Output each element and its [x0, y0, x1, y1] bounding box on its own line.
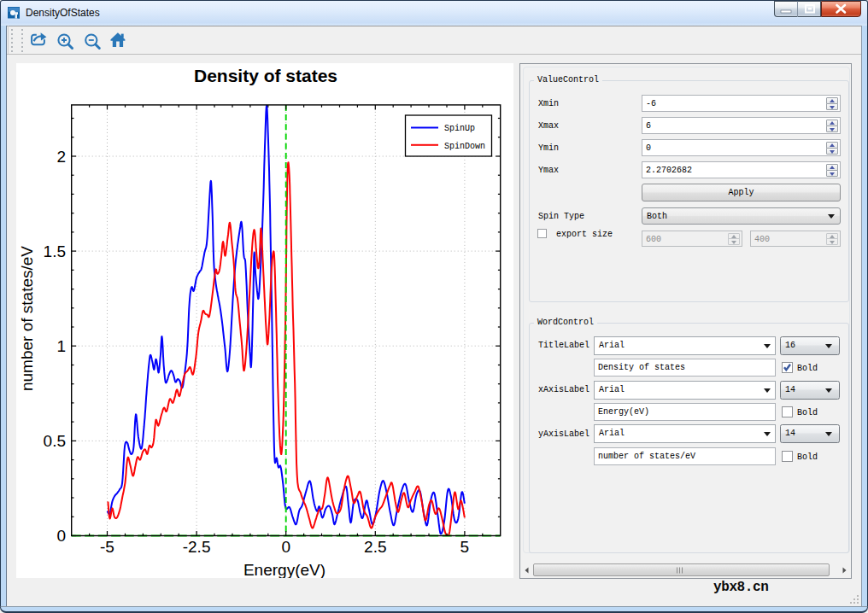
svg-text:Energy(eV): Energy(eV) [243, 561, 326, 578]
svg-text:SpinUp: SpinUp [444, 124, 475, 133]
svg-text:2.5: 2.5 [364, 538, 386, 556]
svg-text:-5: -5 [100, 538, 114, 556]
svg-text:-2.5: -2.5 [183, 538, 211, 556]
svg-text:2: 2 [56, 148, 66, 166]
svg-text:0.5: 0.5 [44, 432, 66, 450]
svg-text:5: 5 [460, 538, 470, 556]
svg-text:Density of states: Density of states [194, 66, 337, 85]
svg-text:number of states/eV: number of states/eV [18, 246, 36, 391]
svg-text:1: 1 [56, 337, 66, 355]
svg-text:0: 0 [281, 538, 290, 556]
svg-text:0: 0 [56, 527, 66, 545]
svg-text:SpinDown: SpinDown [444, 142, 485, 151]
svg-text:1.5: 1.5 [44, 242, 66, 260]
